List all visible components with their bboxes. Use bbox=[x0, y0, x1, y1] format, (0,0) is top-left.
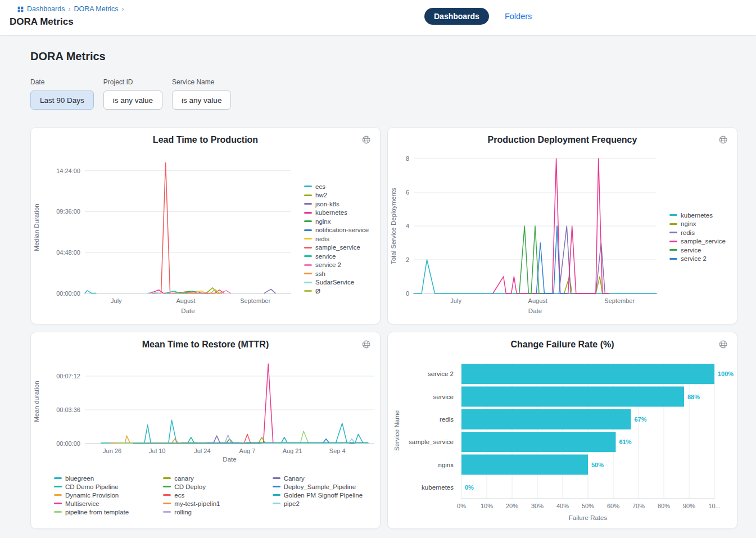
legend-item[interactable]: sample_service bbox=[304, 243, 369, 252]
legend-item[interactable]: service 2 bbox=[669, 255, 726, 264]
legend-item[interactable]: Dynamic Provision bbox=[54, 491, 153, 499]
legend-label: Deploy_Sample_Pipeline bbox=[284, 483, 356, 490]
svg-text:10...: 10... bbox=[708, 503, 720, 509]
bar-value-label: 50% bbox=[591, 462, 604, 468]
series-line-CD Deploy bbox=[182, 439, 368, 443]
svg-text:20%: 20% bbox=[506, 503, 518, 509]
legend-item[interactable]: Ø bbox=[304, 287, 369, 296]
legend-item[interactable]: service 2 bbox=[304, 261, 369, 270]
bar-redis bbox=[461, 409, 631, 430]
filter-chip-date[interactable]: Last 90 Days bbox=[30, 91, 94, 110]
svg-text:September: September bbox=[240, 297, 270, 304]
legend-swatch bbox=[304, 195, 312, 196]
legend-label: ecs bbox=[174, 492, 184, 499]
globe-icon[interactable] bbox=[360, 134, 372, 147]
legend-item[interactable]: Deploy_Sample_Pipeline bbox=[273, 482, 372, 491]
svg-text:09:36:00: 09:36:00 bbox=[56, 208, 80, 215]
card-change-failure-rate: Change Failure Rate (%) 0%10%20%30%40%50… bbox=[387, 332, 737, 529]
filter-chip-project-id[interactable]: is any value bbox=[103, 91, 162, 110]
legend-item[interactable]: nginx bbox=[669, 220, 726, 229]
legend-item[interactable]: kubernetes bbox=[304, 209, 369, 218]
legend-label: sample_service bbox=[681, 238, 726, 245]
svg-text:August: August bbox=[176, 297, 195, 304]
svg-text:August: August bbox=[528, 297, 547, 304]
bar-service 2 bbox=[461, 364, 714, 384]
svg-text:Failure Rates: Failure Rates bbox=[569, 514, 608, 521]
legend-label: pipeline from template bbox=[65, 509, 129, 516]
svg-text:Date: Date bbox=[223, 456, 236, 463]
legend-item[interactable]: nginx bbox=[304, 217, 369, 226]
legend-item[interactable]: ecs bbox=[163, 491, 262, 499]
legend-item[interactable]: json-k8s bbox=[304, 200, 369, 209]
svg-text:Mean duration: Mean duration bbox=[33, 381, 40, 422]
globe-icon[interactable] bbox=[717, 338, 729, 352]
legend-item[interactable]: service bbox=[304, 252, 369, 261]
legend-item[interactable]: redis bbox=[669, 228, 726, 237]
legend-item[interactable]: canary bbox=[163, 474, 262, 482]
legend-item[interactable]: hw2 bbox=[304, 191, 369, 200]
legend-swatch bbox=[669, 258, 677, 260]
tab-dashboards[interactable]: Dashboards bbox=[424, 8, 489, 25]
breadcrumb-link-dora-metrics[interactable]: DORA Metrics bbox=[74, 5, 118, 13]
legend-label: rolling bbox=[174, 509, 192, 516]
legend-item[interactable]: SudarService bbox=[304, 278, 369, 287]
dashboard-title: DORA Metrics bbox=[30, 50, 737, 63]
legend-label: ssh bbox=[315, 270, 325, 277]
breadcrumb-separator: › bbox=[122, 5, 124, 13]
legend-swatch bbox=[163, 486, 171, 487]
series-line-json-k8s bbox=[264, 289, 275, 293]
legend-item[interactable]: notification-service bbox=[304, 226, 369, 235]
legend-swatch bbox=[273, 494, 280, 496]
legend-item[interactable]: my-test-pipelin1 bbox=[163, 499, 262, 508]
legend-label: pipe2 bbox=[284, 500, 300, 507]
legend-item[interactable]: rolling bbox=[163, 508, 262, 516]
legend-item[interactable]: CD Demo Pipeline bbox=[54, 482, 153, 491]
legend-item[interactable]: pipeline from template bbox=[54, 508, 153, 516]
svg-text:kubernetes: kubernetes bbox=[422, 484, 454, 491]
svg-text:Jun 26: Jun 26 bbox=[103, 447, 121, 454]
legend-item[interactable]: sample_service bbox=[669, 237, 726, 246]
globe-icon[interactable] bbox=[360, 338, 372, 352]
bar-service bbox=[461, 387, 684, 407]
legend-swatch bbox=[304, 220, 312, 222]
chart-svg: 0%10%20%30%40%50%60%70%80%90%10...servic… bbox=[388, 332, 737, 523]
legend-item[interactable]: redis bbox=[304, 234, 369, 243]
series-line-Dynamic Provision bbox=[111, 436, 278, 443]
legend-label: redis bbox=[315, 236, 329, 242]
legend-label: canary bbox=[174, 475, 194, 482]
bar-value-label: 67% bbox=[635, 416, 647, 423]
boards-grid-icon[interactable] bbox=[17, 6, 24, 13]
chart-title: Production Deployment Frequency bbox=[388, 135, 737, 145]
legend-item[interactable]: kubernetes bbox=[669, 211, 726, 220]
svg-text:00:03:36: 00:03:36 bbox=[56, 406, 80, 413]
legend-item[interactable]: CD Deploy bbox=[163, 482, 262, 491]
breadcrumb-link-dashboards[interactable]: Dashboards bbox=[27, 5, 65, 13]
legend-item[interactable]: ecs bbox=[304, 182, 369, 191]
legend-swatch bbox=[669, 223, 677, 225]
svg-text:10%: 10% bbox=[481, 503, 493, 509]
legend-item[interactable]: Canary bbox=[273, 474, 372, 482]
deployment-frequency-legend: kubernetesnginxredissample_serviceservic… bbox=[669, 211, 726, 263]
globe-icon[interactable] bbox=[717, 134, 729, 147]
legend-swatch bbox=[304, 290, 312, 292]
legend-item[interactable]: Multiservice bbox=[54, 499, 153, 508]
top-bar: Dashboards › DORA Metrics › DORA Metrics… bbox=[0, 0, 756, 35]
legend-item[interactable]: pipe2 bbox=[273, 499, 372, 508]
svg-text:14:24:00: 14:24:00 bbox=[56, 168, 80, 174]
legend-label: Golden PM Signoff Pipeline bbox=[284, 492, 363, 499]
legend-swatch bbox=[669, 241, 677, 242]
svg-text:00:00:00: 00:00:00 bbox=[56, 440, 80, 447]
legend-label: Canary bbox=[284, 475, 305, 482]
legend-item[interactable]: service bbox=[669, 246, 726, 255]
legend-item[interactable]: bluegreen bbox=[54, 474, 153, 482]
tab-folders[interactable]: Folders bbox=[505, 12, 532, 21]
filter-chip-service-name[interactable]: is any value bbox=[172, 91, 231, 110]
legend-item[interactable]: Golden PM Signoff Pipeline bbox=[273, 491, 372, 499]
legend-label: service 2 bbox=[315, 261, 341, 268]
legend-swatch bbox=[163, 503, 171, 504]
series-line-CD Demo Pipeline bbox=[101, 437, 368, 443]
legend-swatch bbox=[54, 503, 62, 504]
series-line-Canary bbox=[207, 436, 239, 443]
legend-item[interactable]: ssh bbox=[304, 269, 369, 278]
bar-value-label: 88% bbox=[687, 394, 700, 400]
